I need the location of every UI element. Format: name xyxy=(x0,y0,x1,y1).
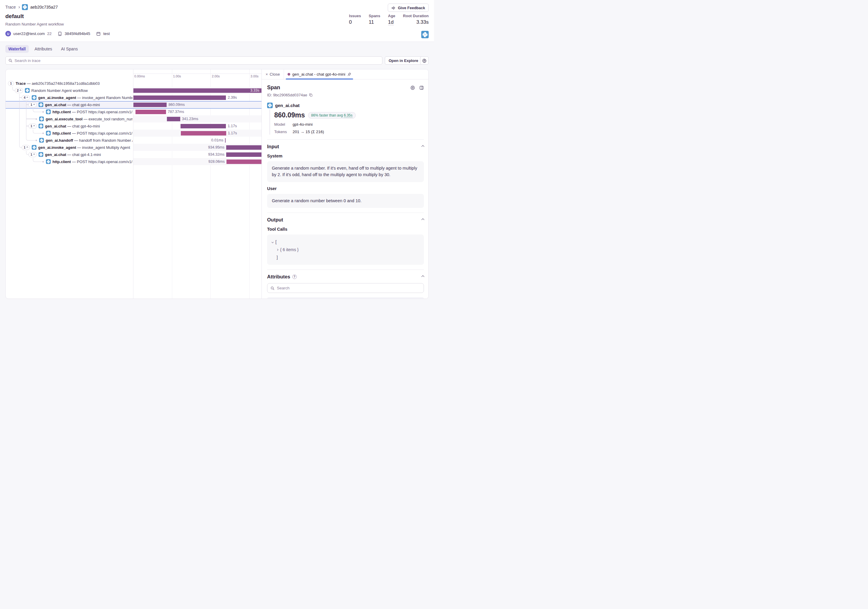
duration-bar[interactable] xyxy=(226,160,262,164)
chevron-up-icon xyxy=(20,90,21,91)
span-label[interactable]: 1gen_ai.chat — chat gpt-4o-mini xyxy=(28,122,133,130)
span-row[interactable]: http.client — POST https://api.openai.co… xyxy=(6,108,262,115)
span-label[interactable]: http.client — POST https://api.openai.co… xyxy=(46,130,133,137)
open-in-explore-button[interactable]: Open in Explore xyxy=(385,56,422,65)
span-row[interactable]: 1gen_ai.chat — chat gpt-4.1-mini934.32ms xyxy=(6,151,262,158)
duration-bar[interactable] xyxy=(133,96,226,100)
panel-body: Span ID: 9bc29065dd0374ae gen_ai.chat xyxy=(262,80,429,299)
span-label[interactable]: 4gen_ai.invoke_agent — invoke_agent Rand… xyxy=(22,94,133,101)
python-icon xyxy=(22,4,28,10)
device-id[interactable]: 3845f4d94b45 xyxy=(65,31,90,36)
span-row[interactable]: http.client — POST https://api.openai.co… xyxy=(6,158,262,165)
span-row[interactable]: gen_ai.handoff — handoff from Random Num… xyxy=(6,137,262,144)
environment[interactable]: test xyxy=(103,31,110,36)
pin-icon[interactable] xyxy=(347,72,351,76)
span-label[interactable]: 1gen_ai.chat — chat gpt-4.1-mini xyxy=(28,151,133,158)
tree-elbow-connector xyxy=(26,137,36,141)
duration-bar[interactable] xyxy=(225,138,226,143)
json-collapsed-items[interactable]: { 6 items } xyxy=(280,247,299,252)
duration-bar[interactable] xyxy=(226,152,262,157)
span-row[interactable]: http.client — POST https://api.openai.co… xyxy=(6,130,262,137)
span-row[interactable]: 1gen_ai.chat — chat gpt-4o-mini1.17s xyxy=(6,122,262,130)
expand-collapse-badge[interactable]: 1 xyxy=(28,102,37,107)
duration-bar[interactable] xyxy=(181,124,226,129)
expand-collapse-badge[interactable]: 1 xyxy=(28,124,37,129)
chevron-down-icon[interactable] xyxy=(271,241,274,243)
span-label[interactable]: 1gen_ai.invoke_agent — invoke_agent Mult… xyxy=(22,144,133,151)
span-row[interactable]: gen_ai.execute_tool — execute_tool rando… xyxy=(6,115,262,122)
duration-bar[interactable] xyxy=(226,145,262,150)
timeline-tick-label: 2.00s xyxy=(212,74,220,78)
gear-icon xyxy=(422,59,426,63)
model-value: gpt-4o-mini xyxy=(293,122,313,127)
collapse-output-icon[interactable] xyxy=(422,218,425,222)
python-icon xyxy=(39,116,44,121)
span-label[interactable]: 2Random Number Agent workflow xyxy=(15,87,133,94)
span-label[interactable]: 1Trace — aeb20c735a2748c1958a71cd8a1dbb0… xyxy=(8,80,133,87)
span-row[interactable]: 4gen_ai.invoke_agent — invoke_agent Rand… xyxy=(6,94,262,101)
copy-icon[interactable] xyxy=(309,93,313,97)
expand-collapse-badge[interactable]: 1 xyxy=(8,81,14,86)
collapse-input-icon[interactable] xyxy=(422,145,425,148)
duration-label: 1.17s xyxy=(228,130,237,137)
python-icon xyxy=(267,102,273,108)
chevron-right-icon[interactable] xyxy=(276,249,278,251)
avg-duration[interactable]: 6.35s xyxy=(344,113,352,118)
trace-meta-row: U user22@test.com 22 3845f4d94b45 test xyxy=(5,31,110,36)
span-duration: 860.09ms xyxy=(274,111,305,119)
expand-collapse-badge[interactable]: 1 xyxy=(22,145,30,150)
tab-attributes[interactable]: Attributes xyxy=(32,45,55,53)
tree-rail xyxy=(26,108,26,115)
layout-panel-icon[interactable] xyxy=(419,85,424,90)
breadcrumb-trace-id: aeb20c735a27 xyxy=(30,5,58,9)
collapse-attributes-icon[interactable] xyxy=(422,276,425,278)
give-feedback-label: Give Feedback xyxy=(398,6,425,10)
tree-elbow-connector xyxy=(33,108,43,112)
python-icon xyxy=(46,159,51,164)
span-label[interactable]: gen_ai.handoff — handoff from Random Num… xyxy=(39,137,133,144)
waterfall-tree: 0.00ms1.00s2.00s3.00s1Trace — aeb20c735a… xyxy=(6,70,262,299)
user-prompt-text: Generate a random number between 0 and 1… xyxy=(267,194,424,208)
duration-bar[interactable] xyxy=(135,110,166,114)
stat-root-duration: Root Duration3.33s xyxy=(403,14,429,25)
span-row[interactable]: 2Random Number Agent workflow3.33s xyxy=(6,87,262,94)
attributes-search-input[interactable] xyxy=(277,286,421,290)
span-row[interactable]: 1gen_ai.chat — chat gpt-4o-mini860.09ms xyxy=(6,101,262,108)
stat-issues: Issues0 xyxy=(349,14,361,25)
span-label[interactable]: 1gen_ai.chat — chat gpt-4o-mini xyxy=(28,101,133,108)
divider xyxy=(267,270,424,270)
span-label[interactable]: http.client — POST https://api.openai.co… xyxy=(46,108,133,115)
duration-label: 787.37ms xyxy=(168,108,184,115)
expand-collapse-badge[interactable]: 2 xyxy=(15,88,23,93)
page-title: default xyxy=(5,13,24,20)
attributes-search[interactable] xyxy=(267,283,424,293)
python-icon xyxy=(25,88,29,93)
help-icon[interactable]: ? xyxy=(292,274,297,279)
trace-search[interactable] xyxy=(5,56,383,65)
duration-bar[interactable] xyxy=(133,102,167,107)
span-label[interactable]: gen_ai.execute_tool — execute_tool rando… xyxy=(39,115,133,122)
duration-bar[interactable] xyxy=(167,117,180,121)
duration-bar[interactable] xyxy=(181,131,226,135)
tab-waterfall[interactable]: Waterfall xyxy=(5,45,29,53)
span-row[interactable]: 1Trace — aeb20c735a2748c1958a71cd8a1dbb0… xyxy=(6,80,262,87)
chevron-up-icon xyxy=(26,146,28,148)
tree-elbow-connector xyxy=(33,130,43,133)
duration-label: 860.09ms xyxy=(168,101,185,108)
breadcrumb-trace-link[interactable]: Trace xyxy=(5,5,16,9)
give-feedback-button[interactable]: Give Feedback xyxy=(388,3,429,12)
expand-collapse-badge[interactable]: 4 xyxy=(22,95,30,100)
user-email[interactable]: user22@test.com xyxy=(13,31,45,36)
trace-view-app: Trace aeb20c735a27 Give Feedback default… xyxy=(0,0,434,305)
panel-tab-gen-ai-chat[interactable]: gen_ai.chat - chat gpt-4o-mini xyxy=(284,70,355,79)
panel-tab-label: gen_ai.chat - chat gpt-4o-mini xyxy=(292,72,346,76)
panel-close-button[interactable]: × Close xyxy=(262,70,284,79)
trace-search-input[interactable] xyxy=(14,59,380,63)
focus-span-icon[interactable] xyxy=(410,85,415,90)
settings-button[interactable] xyxy=(420,56,429,65)
tab-ai-spans[interactable]: AI Spans xyxy=(58,45,81,53)
span-label[interactable]: http.client — POST https://api.openai.co… xyxy=(46,158,133,165)
expand-collapse-badge[interactable]: 1 xyxy=(28,152,37,157)
span-row[interactable]: 1gen_ai.invoke_agent — invoke_agent Mult… xyxy=(6,144,262,151)
chevron-up-icon xyxy=(26,97,28,98)
